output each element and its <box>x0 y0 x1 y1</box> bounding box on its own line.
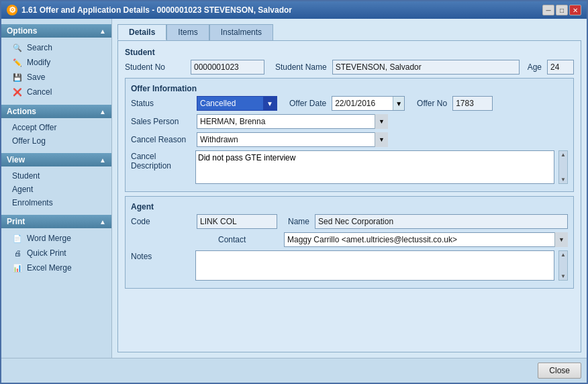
agent-code-label: Code <box>131 217 191 226</box>
tab-instalments[interactable]: Instalments <box>209 24 273 40</box>
status-value: Cancelled <box>197 99 263 108</box>
cancel-reason-wrapper: ▼ <box>197 132 388 147</box>
sidebar-section-print-items: Word Merge Quick Print Excel Merge <box>1 228 111 278</box>
modify-icon <box>12 57 23 68</box>
sidebar-section-actions: Actions ▲ Accept Offer Offer Log <box>1 105 111 150</box>
agent-code-input[interactable] <box>197 214 277 229</box>
search-icon <box>12 42 23 53</box>
agent-name-input[interactable] <box>315 214 568 229</box>
sidebar-item-word-merge[interactable]: Word Merge <box>1 231 111 246</box>
agent-notes-textarea[interactable] <box>195 250 554 281</box>
sidebar-section-print-header[interactable]: Print ▲ <box>1 215 111 228</box>
sidebar-item-modify[interactable]: Modify <box>1 55 111 70</box>
window-close-button[interactable]: ✕ <box>569 5 581 15</box>
student-row: Student No Student Name Age <box>125 60 574 75</box>
agent-notes-wrapper <box>195 250 554 283</box>
title-bar-left: ⚙ 1.61 Offer and Application Details - 0… <box>7 5 292 15</box>
offer-date-input[interactable] <box>332 97 393 110</box>
cancel-desc-textarea[interactable]: Did not pass GTE interview <box>195 150 554 184</box>
notes-scrollbar[interactable]: ▲ ▼ <box>558 250 568 281</box>
sidebar-item-agent[interactable]: Agent <box>1 183 111 196</box>
window-controls: ─ □ ✕ <box>542 5 581 15</box>
print-icon <box>12 248 23 258</box>
age-label: Age <box>528 62 542 72</box>
maximize-button[interactable]: □ <box>556 5 568 15</box>
sidebar-section-view-header[interactable]: View ▲ <box>1 153 111 166</box>
sidebar: Options ▲ Search Modify Save <box>1 19 112 358</box>
contact-dropdown-arrow[interactable]: ▼ <box>554 232 568 247</box>
sidebar-item-accept-offer[interactable]: Accept Offer <box>1 121 111 134</box>
chevron-icon: ▲ <box>99 108 106 115</box>
offer-no-label: Offer No <box>417 99 447 108</box>
title-bar: ⚙ 1.61 Offer and Application Details - 0… <box>1 1 587 19</box>
student-section-label: Student <box>125 48 574 57</box>
sales-person-dropdown-arrow[interactable]: ▼ <box>375 114 388 129</box>
main-layout: Options ▲ Search Modify Save <box>1 19 587 358</box>
sidebar-item-student[interactable]: Student <box>1 169 111 183</box>
student-no-input[interactable] <box>191 60 264 75</box>
agent-notes-row: Notes ▲ ▼ <box>131 250 568 283</box>
minimize-button[interactable]: ─ <box>542 5 554 15</box>
cancel-desc-label: CancelDescription <box>131 150 191 171</box>
offer-date-wrapper: ▼ <box>332 96 405 111</box>
sales-person-label: Sales Person <box>131 117 191 126</box>
sidebar-item-cancel[interactable]: Cancel <box>1 85 111 99</box>
close-button[interactable]: Close <box>538 363 581 379</box>
save-icon <box>12 72 23 83</box>
contact-select-wrapper: Maggy Carrillo <amet.ultricies@lectussit… <box>284 232 568 247</box>
student-name-input[interactable] <box>332 60 520 75</box>
footer: Close <box>1 358 587 383</box>
contact-select[interactable]: Maggy Carrillo <amet.ultricies@lectussit… <box>284 232 568 247</box>
tab-bar: Details Items Instalments <box>117 24 581 40</box>
chevron-icon: ▲ <box>99 218 106 226</box>
status-dropdown-arrow[interactable]: ▼ <box>263 97 277 110</box>
sidebar-section-options: Options ▲ Search Modify Save <box>1 24 111 102</box>
offer-date-label: Offer Date <box>289 99 326 108</box>
word-icon <box>12 233 23 244</box>
chevron-icon: ▲ <box>99 156 106 164</box>
offer-info-label: Offer Information <box>131 84 568 93</box>
sidebar-item-offer-log[interactable]: Offer Log <box>1 134 111 148</box>
cancel-desc-row: CancelDescription Did not pass GTE inter… <box>131 150 568 186</box>
sidebar-item-enrolments[interactable]: Enrolments <box>1 196 111 209</box>
cancel-reason-input[interactable] <box>197 132 388 147</box>
sales-person-input[interactable] <box>197 114 388 129</box>
agent-code-name-row: Code Name <box>131 214 568 229</box>
status-label: Status <box>131 99 191 108</box>
cancel-icon <box>12 87 23 97</box>
student-name-label: Student Name <box>275 62 327 72</box>
cancel-reason-row: Cancel Reason ▼ <box>131 132 568 147</box>
window-title: 1.61 Offer and Application Details - 000… <box>21 5 292 15</box>
sidebar-item-save[interactable]: Save <box>1 70 111 85</box>
cancel-desc-wrapper: Did not pass GTE interview <box>195 150 554 186</box>
age-input[interactable] <box>547 60 574 75</box>
agent-name-label: Name <box>288 217 309 226</box>
agent-contact-row: Contact Maggy Carrillo <amet.ultricies@l… <box>131 232 568 247</box>
status-dropdown[interactable]: Cancelled ▼ <box>197 96 277 111</box>
sidebar-section-options-header[interactable]: Options ▲ <box>1 24 111 38</box>
content-area: Details Items Instalments Student Studen… <box>112 19 587 358</box>
scrollbar[interactable]: ▲ ▼ <box>558 150 568 184</box>
tab-items[interactable]: Items <box>166 24 209 40</box>
offer-no-input[interactable] <box>452 96 493 111</box>
sales-person-wrapper: ▼ <box>197 114 388 129</box>
main-window: ⚙ 1.61 Offer and Application Details - 0… <box>0 0 588 384</box>
chevron-icon: ▲ <box>99 28 106 35</box>
sales-person-row: Sales Person ▼ <box>131 114 568 129</box>
sidebar-item-quick-print[interactable]: Quick Print <box>1 246 111 260</box>
student-no-label: Student No <box>125 62 185 72</box>
details-panel: Student Student No Student Name Age Offe… <box>117 40 581 352</box>
tab-details[interactable]: Details <box>117 24 166 40</box>
sidebar-item-search[interactable]: Search <box>1 40 111 55</box>
sidebar-section-print: Print ▲ Word Merge Quick Print Excel Mer… <box>1 215 111 278</box>
sidebar-section-actions-header[interactable]: Actions ▲ <box>1 105 111 118</box>
agent-section-label: Agent <box>131 202 568 211</box>
cancel-reason-label: Cancel Reason <box>131 135 191 144</box>
status-row: Status Cancelled ▼ Offer Date ▼ Offer No <box>131 96 568 111</box>
cancel-reason-dropdown-arrow[interactable]: ▼ <box>375 132 388 147</box>
sidebar-section-view: View ▲ Student Agent Enrolments <box>1 153 111 212</box>
sidebar-item-excel-merge[interactable]: Excel Merge <box>1 260 111 275</box>
offer-date-calendar-icon[interactable]: ▼ <box>393 97 404 110</box>
sidebar-section-options-items: Search Modify Save Cancel <box>1 38 111 102</box>
offer-info-box: Offer Information Status Cancelled ▼ Off… <box>125 78 574 192</box>
